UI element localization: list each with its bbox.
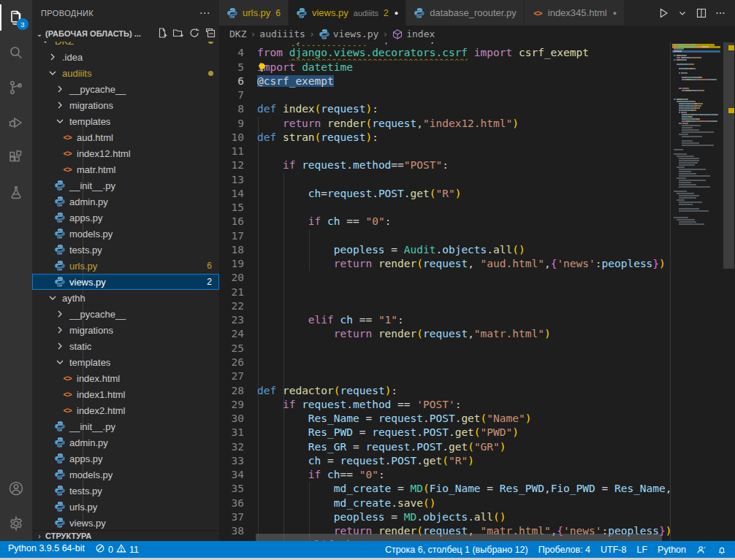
tree-file-viewspy[interactable]: views.py: [32, 515, 219, 530]
eol-status[interactable]: LF: [631, 545, 652, 555]
tree-file-adminpy[interactable]: admin.py: [32, 434, 219, 450]
new-file-icon[interactable]: [156, 27, 168, 40]
code-line-36[interactable]: md_create.save(): [257, 496, 671, 510]
code-line-24[interactable]: return render(request,"matr.html"): [257, 327, 671, 341]
code-line-34[interactable]: if ch== "0":: [257, 468, 671, 482]
dirty-indicator-dot[interactable]: ●: [395, 9, 398, 17]
tab-databaseroouterpy[interactable]: database_roouter.py: [406, 0, 525, 26]
code-line-18[interactable]: peopless = Audit.objects.all(): [257, 243, 671, 257]
settings-activity-icon[interactable]: [0, 506, 32, 541]
code-line-28[interactable]: def redactor(request):: [257, 384, 671, 398]
outline-section-header[interactable]: › СТРУКТУРА: [32, 530, 219, 541]
code-line-10[interactable]: def stran(request):: [257, 131, 671, 145]
code-line-29[interactable]: if request.method == 'POST':: [257, 398, 671, 412]
code-line-8[interactable]: def index(request):: [257, 102, 671, 116]
code-line-7[interactable]: [257, 88, 671, 102]
testing-activity-icon[interactable]: [0, 175, 32, 210]
code-line-14[interactable]: ch=request.POST.get("R"): [257, 187, 671, 201]
code-line-19[interactable]: return render(request, "aud.html",{'news…: [257, 257, 671, 271]
new-folder-icon[interactable]: [172, 27, 184, 40]
tree-file-viewspy[interactable]: views.py2: [32, 274, 219, 290]
tree-file-testspy[interactable]: tests.py: [32, 242, 219, 258]
code-line-5[interactable]: import datetime: [257, 61, 671, 74]
collapse-all-icon[interactable]: [205, 27, 216, 40]
tree-file-adminpy[interactable]: admin.py: [32, 193, 219, 210]
code-line-37[interactable]: peopless = MD.objects.all(): [257, 510, 671, 524]
language-mode-status[interactable]: Python: [652, 545, 691, 555]
code-line-9[interactable]: return render(request,"index12.html"): [257, 117, 671, 131]
tab-index345html[interactable]: <>index345.html●: [525, 0, 625, 26]
tree-folder-static[interactable]: static: [32, 338, 219, 354]
run-debug-activity-icon[interactable]: [0, 105, 32, 140]
tree-file-testspy[interactable]: tests.py: [32, 483, 219, 499]
tab-urlspy[interactable]: urls.py6: [219, 0, 289, 26]
code-line-31[interactable]: Res_PWD = request.POST.get("PWD"): [257, 426, 671, 440]
code-line-33[interactable]: ch = request.POST.get("R"): [257, 454, 671, 468]
refresh-icon[interactable]: [188, 27, 200, 40]
scrollbar-thumb[interactable]: [723, 42, 734, 269]
source-control-activity-icon[interactable]: [0, 70, 32, 105]
tree-file-appspy[interactable]: apps.py: [32, 450, 219, 467]
code-line-26[interactable]: [257, 356, 671, 369]
code-line-11[interactable]: [257, 145, 671, 158]
code-line-27[interactable]: [257, 369, 671, 383]
tree-folder-migrations[interactable]: migrations: [32, 322, 219, 338]
tree-file-urlspy[interactable]: urls.py6: [32, 258, 219, 274]
code-line-17[interactable]: [257, 229, 671, 243]
workspace-section-header[interactable]: ⌄ (РАБОЧАЯ ОБЛАСТЬ) ...: [32, 26, 219, 42]
run-python-file-button[interactable]: [658, 7, 669, 19]
code-line-6[interactable]: @csrf_exempt: [257, 74, 671, 88]
minimap[interactable]: [672, 26, 722, 541]
tree-folder-dkz[interactable]: DKZ: [32, 42, 219, 49]
tree-file-appspy[interactable]: apps.py: [32, 210, 219, 226]
tree-file-indexhtml[interactable]: <>index.html: [32, 370, 219, 386]
split-editor-button[interactable]: [696, 7, 707, 19]
code-line-20[interactable]: [257, 271, 671, 285]
tree-file-urlspy[interactable]: urls.py: [32, 499, 219, 515]
code-line-25[interactable]: [257, 342, 671, 356]
tree-folder-pycache[interactable]: __pycache__: [32, 306, 219, 322]
account-activity-icon[interactable]: [0, 471, 32, 506]
tree-folder-migrations[interactable]: migrations: [32, 97, 219, 113]
code-line-22[interactable]: [257, 299, 671, 313]
code-line-12[interactable]: if request.method=="POST":: [257, 158, 671, 172]
tree-file-index2html[interactable]: <>index2.html: [32, 402, 219, 418]
tree-file-matrhtml[interactable]: <>matr.html: [32, 161, 219, 177]
explorer-more-actions-button[interactable]: ⋯: [199, 7, 210, 20]
encoding-status[interactable]: UTF-8: [595, 545, 631, 555]
tree-folder-pycache[interactable]: __pycache__: [32, 81, 219, 97]
python-version-status[interactable]: Python 3.9.5 64-bit: [3, 543, 90, 553]
explorer-activity-icon[interactable]: 3: [0, 0, 32, 35]
tree-folder-aythh[interactable]: aythh: [32, 290, 219, 306]
feedback-icon[interactable]: [691, 545, 712, 555]
breadcrumb-item-audiiits[interactable]: audiiits: [259, 28, 305, 39]
tree-folder-idea[interactable]: .idea: [32, 49, 219, 65]
search-activity-icon[interactable]: [0, 35, 32, 70]
code-line-32[interactable]: Res_GR = request.POST.get("GR"): [257, 440, 671, 454]
tree-file-modelspy[interactable]: models.py: [32, 226, 219, 242]
code-line-16[interactable]: if ch == "0":: [257, 215, 671, 229]
more-actions-button[interactable]: [715, 7, 726, 19]
extensions-activity-icon[interactable]: [0, 140, 32, 175]
code-line-30[interactable]: Res_Name = request.POST.get("Name"): [257, 412, 671, 426]
tree-file-audhtml[interactable]: <>aud.html: [32, 129, 219, 145]
code-editor[interactable]: 3from aythh.models import MD,Audit4from …: [219, 26, 735, 541]
code-line-4[interactable]: from django.views.decorators.csrf import…: [257, 46, 671, 60]
tree-folder-audiiits[interactable]: audiiits: [32, 65, 219, 81]
horizontal-scrollbar[interactable]: [256, 534, 662, 541]
code-line-21[interactable]: [257, 285, 671, 299]
tree-folder-templates[interactable]: templates: [32, 113, 219, 129]
indentation-status[interactable]: Пробелов: 4: [533, 545, 595, 555]
breadcrumb-item-viewspy[interactable]: views.py: [319, 28, 379, 40]
run-dropdown-chevron-icon[interactable]: [677, 7, 688, 19]
code-line-13[interactable]: [257, 173, 671, 187]
code-line-15[interactable]: [257, 201, 671, 215]
lightbulb-icon[interactable]: [256, 62, 267, 73]
code-line-35[interactable]: md_create = MD(Fio_Name = Res_PWD,Fio_PW…: [257, 482, 671, 496]
tab-viewspy[interactable]: views.pyaudiiits2●: [289, 0, 406, 26]
breadcrumb-item-index[interactable]: index: [392, 28, 435, 40]
breadcrumb-item-dkz[interactable]: DKZ: [229, 28, 246, 39]
notifications-bell-icon[interactable]: [712, 545, 732, 555]
editor-scrollbar[interactable]: [723, 26, 735, 541]
tree-folder-templates[interactable]: templates: [32, 354, 219, 370]
